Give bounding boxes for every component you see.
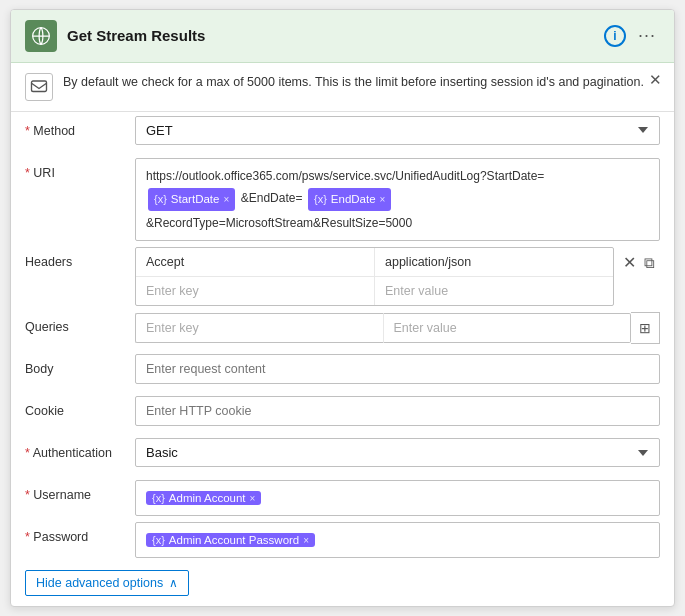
end-date-chip[interactable]: {x} EndDate ×: [308, 188, 391, 211]
end-date-label: EndDate: [331, 189, 376, 210]
card-header: Get Stream Results i ···: [11, 10, 674, 63]
queries-row: Queries Enter key Enter value ⊞: [25, 312, 660, 348]
password-chip-row[interactable]: {x} Admin Account Password ×: [135, 522, 660, 558]
queries-value[interactable]: Enter value: [384, 313, 632, 343]
uri-box[interactable]: https://outlook.office365.com/psws/servi…: [135, 158, 660, 242]
username-chip-icon: {x}: [152, 492, 165, 504]
uri-middle: &EndDate=: [241, 192, 303, 206]
cookie-control: [135, 396, 660, 426]
globe-svg: [31, 26, 51, 46]
uri-row: URI https://outlook.office365.com/psws/s…: [25, 158, 660, 242]
close-banner-button[interactable]: ✕: [649, 71, 662, 89]
username-control: {x} Admin Account ×: [135, 480, 660, 516]
password-row: Password {x} Admin Account Password ×: [25, 522, 660, 558]
username-chip-row[interactable]: {x} Admin Account ×: [135, 480, 660, 516]
uri-label: URI: [25, 158, 135, 180]
username-chip[interactable]: {x} Admin Account ×: [146, 491, 261, 505]
headers-label: Headers: [25, 247, 135, 269]
banner-icon: [25, 73, 53, 101]
body-row: Body: [25, 354, 660, 390]
queries-key[interactable]: Enter key: [135, 313, 384, 343]
info-banner: By default we check for a max of 5000 it…: [11, 63, 674, 112]
main-card: Get Stream Results i ··· By default we c…: [10, 9, 675, 608]
username-chip-close[interactable]: ×: [250, 493, 256, 504]
header-key-1: Accept: [136, 248, 375, 276]
info-button[interactable]: i: [604, 25, 626, 47]
method-label: Method: [25, 116, 135, 138]
header-key-placeholder[interactable]: Enter key: [136, 277, 375, 305]
chip-close-2[interactable]: ×: [380, 191, 386, 209]
password-control: {x} Admin Account Password ×: [135, 522, 660, 558]
body-control: [135, 354, 660, 384]
header-value-placeholder[interactable]: Enter value: [375, 277, 613, 305]
headers-empty-row: Enter key Enter value: [136, 277, 613, 305]
queries-control: Enter key Enter value ⊞: [135, 312, 660, 344]
headers-control: Accept application/json Enter key Enter …: [135, 247, 660, 306]
method-row: Method GET POST PUT DELETE: [25, 116, 660, 152]
username-token-label: Admin Account: [169, 492, 246, 504]
headers-filled-row: Accept application/json: [136, 248, 613, 277]
chevron-up-icon: ∧: [169, 576, 178, 590]
headers-row: Headers Accept application/json Enter ke…: [25, 247, 660, 306]
chip-icon-2: {x}: [314, 190, 327, 210]
start-date-chip[interactable]: {x} StartDate ×: [148, 188, 235, 211]
message-icon: [30, 78, 48, 96]
password-label: Password: [25, 522, 135, 544]
method-select[interactable]: GET POST PUT DELETE: [135, 116, 660, 145]
chip-close-1[interactable]: ×: [223, 191, 229, 209]
hide-advanced-options-button[interactable]: Hide advanced options ∧: [25, 570, 189, 596]
hide-options-label: Hide advanced options: [36, 576, 163, 590]
auth-select[interactable]: Basic None OAuth: [135, 438, 660, 467]
more-button[interactable]: ···: [634, 23, 660, 48]
header-right: i ···: [604, 23, 660, 48]
body-input[interactable]: [135, 354, 660, 384]
form-body: Method GET POST PUT DELETE URI https://o…: [11, 112, 674, 607]
authentication-row: Authentication Basic None OAuth: [25, 438, 660, 474]
password-chip-icon: {x}: [152, 534, 165, 546]
headers-delete-button[interactable]: ✕: [620, 251, 639, 274]
start-date-label: StartDate: [171, 189, 220, 210]
stream-icon: [25, 20, 57, 52]
header-value-1: application/json: [375, 248, 613, 276]
password-token-label: Admin Account Password: [169, 534, 299, 546]
cookie-row: Cookie: [25, 396, 660, 432]
cookie-input[interactable]: [135, 396, 660, 426]
chip-icon-1: {x}: [154, 190, 167, 210]
header-left: Get Stream Results: [25, 20, 205, 52]
headers-table: Accept application/json Enter key Enter …: [135, 247, 614, 306]
card-title: Get Stream Results: [67, 27, 205, 44]
headers-side-buttons: ✕ ⧉: [618, 247, 660, 278]
queries-grid-button[interactable]: ⊞: [631, 312, 660, 344]
authentication-control: Basic None OAuth: [135, 438, 660, 467]
body-label: Body: [25, 354, 135, 376]
uri-prefix: https://outlook.office365.com/psws/servi…: [146, 169, 544, 183]
info-banner-text: By default we check for a max of 5000 it…: [63, 73, 660, 92]
queries-label: Queries: [25, 312, 135, 334]
auth-select-wrapper: Basic None OAuth: [135, 438, 660, 467]
svg-rect-1: [32, 81, 47, 92]
uri-control: https://outlook.office365.com/psws/servi…: [135, 158, 660, 242]
password-chip[interactable]: {x} Admin Account Password ×: [146, 533, 315, 547]
uri-suffix: &RecordType=MicrosoftStream&ResultSize=5…: [146, 216, 412, 230]
username-row: Username {x} Admin Account ×: [25, 480, 660, 516]
cookie-label: Cookie: [25, 396, 135, 418]
method-control: GET POST PUT DELETE: [135, 116, 660, 145]
authentication-label: Authentication: [25, 438, 135, 460]
username-label: Username: [25, 480, 135, 502]
method-select-wrapper: GET POST PUT DELETE: [135, 116, 660, 145]
headers-copy-button[interactable]: ⧉: [641, 252, 658, 274]
password-chip-close[interactable]: ×: [303, 535, 309, 546]
